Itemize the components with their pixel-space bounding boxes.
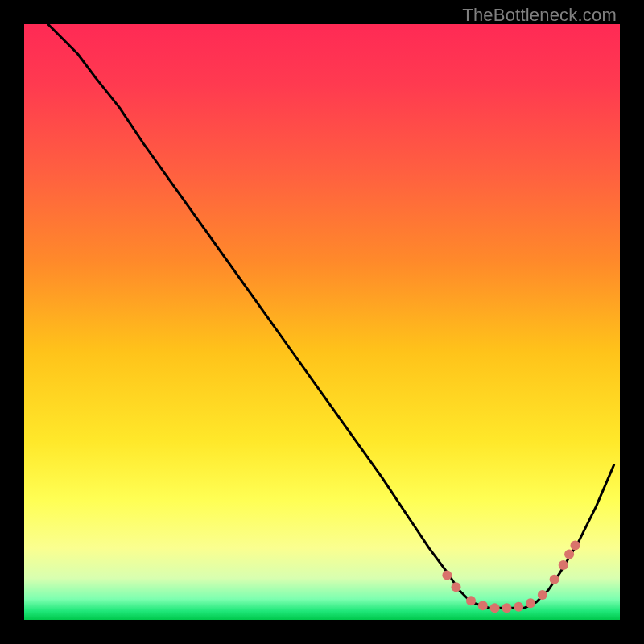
bottleneck-chart — [24, 24, 620, 620]
highlight-dot — [478, 601, 488, 610]
highlight-dot — [514, 602, 523, 612]
highlight-dot — [526, 598, 535, 608]
chart-frame — [24, 24, 620, 620]
highlight-dot — [466, 596, 476, 605]
highlight-dot — [538, 590, 547, 600]
highlight-dot — [490, 603, 500, 613]
watermark-text: TheBottleneck.com — [462, 5, 617, 26]
highlight-dot — [564, 550, 574, 559]
highlight-dot — [571, 541, 580, 551]
highlight-dot — [550, 575, 559, 584]
highlight-dot — [559, 560, 568, 570]
highlight-dot — [442, 571, 452, 580]
highlight-dot — [502, 603, 511, 613]
gradient-background — [24, 24, 620, 620]
highlight-dot — [452, 582, 461, 592]
